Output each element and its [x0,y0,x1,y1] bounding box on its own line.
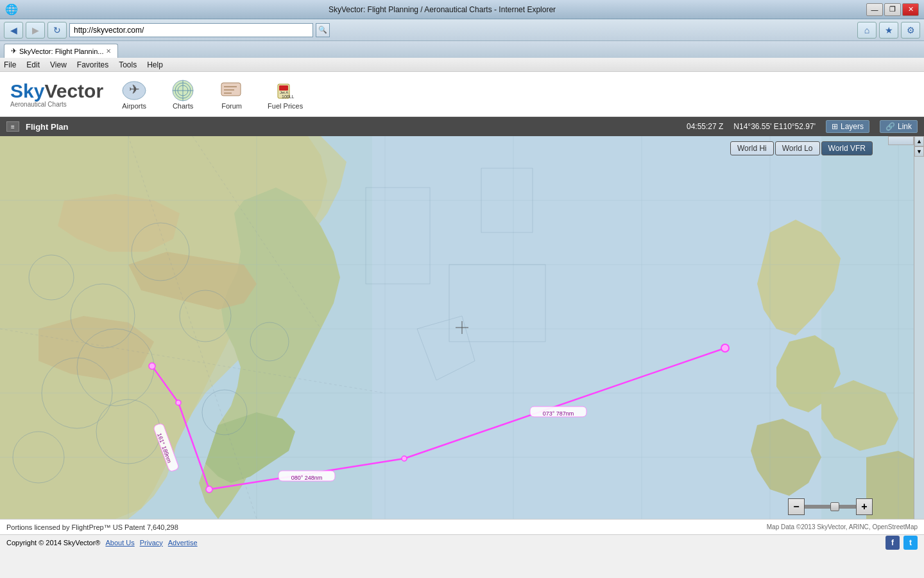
nav-charts[interactable]: Charts [165,76,201,112]
logo[interactable]: SkyVector Aeronautical Charts [10,80,103,108]
close-button[interactable]: ✕ [902,3,919,16]
flight-plan-bar: ≡ Flight Plan 04:55:27 Z N14°36.55' E110… [0,117,924,136]
charts-label: Charts [173,102,193,110]
svg-text:✈: ✈ [129,82,140,96]
zoom-slider[interactable] [805,505,856,509]
address-bar: ◀ ▶ ↻ 🔍 ⌂ ★ ⚙ [0,19,924,41]
address-input[interactable] [69,23,313,37]
scroll-down[interactable]: ▼ [914,146,924,157]
settings-button[interactable]: ⚙ [901,22,920,39]
scroll-up[interactable]: ▲ [914,136,924,146]
world-lo-button[interactable]: World Lo [775,141,820,155]
nav-forum[interactable]: Forum [214,76,250,112]
restore-button[interactable]: ❐ [884,3,901,16]
link-button[interactable]: 🔗 Link [880,120,918,133]
link-icon: 🔗 [886,122,895,131]
svg-rect-12 [279,85,288,91]
svg-point-52 [206,486,212,493]
svg-point-53 [402,456,407,461]
svg-text:073° 787nm: 073° 787nm [543,410,574,417]
menu-edit[interactable]: Edit [26,60,40,69]
tab-label: SkyVector: Flight Plannin... [19,48,103,55]
site-header: SkyVector Aeronautical Charts ✈ Airports… [0,72,924,117]
about-link[interactable]: About Us [105,539,134,547]
active-tab[interactable]: ✈ SkyVector: Flight Plannin... ✕ [4,44,118,58]
tab-favicon: ✈ [11,47,17,55]
map-data-credit: Map Data ©2013 SkyVector, ARINC, OpenStr… [767,523,918,530]
airports-label: Airports [122,102,146,110]
title-bar: 🌐 SkyVector: Flight Planning / Aeronauti… [0,0,924,19]
layers-button[interactable]: ⊞ Layers [826,120,869,133]
svg-line-49 [404,348,725,459]
window-controls: — ❐ ✕ [866,3,919,16]
nav-airports[interactable]: ✈ Airports [116,76,152,112]
menu-tools[interactable]: Tools [119,60,137,69]
minimize-button[interactable]: — [866,3,883,16]
copyright-status: Portions licensed by FlightPrep™ US Pate… [6,523,178,531]
map-container[interactable]: World Hi World Lo World VFR 161° 189nm 0… [0,136,924,519]
forum-icon [219,79,244,102]
map-scrollbar[interactable]: ▲ ▼ [914,136,924,519]
fp-toggle-button[interactable]: ≡ [6,121,19,132]
advertise-link[interactable]: Advertise [168,539,198,547]
favorites-button[interactable]: ★ [879,22,898,39]
logo-subtitle: Aeronautical Charts [10,101,67,108]
social-links: f t [886,536,918,550]
zoom-controls: − + [788,498,873,515]
menu-favorites[interactable]: Favorites [77,60,108,69]
svg-point-50 [149,363,155,369]
zoom-in-button[interactable]: + [856,498,873,515]
home-button[interactable]: ⌂ [857,22,877,39]
fuel-icon: 100LL Jet A [273,79,298,102]
logo-vector: Vector [44,80,103,102]
fuel-label: Fuel Prices [268,102,303,110]
zoom-out-button[interactable]: − [788,498,805,515]
layers-icon: ⊞ [832,122,838,131]
world-hi-button[interactable]: World Hi [730,141,774,155]
twitter-button[interactable]: t [903,536,918,550]
window-title: SkyVector: Flight Planning / Aeronautica… [18,5,866,14]
svg-line-47 [178,403,209,489]
menu-bar: File Edit View Favorites Tools Help [0,58,924,72]
search-button[interactable]: 🔍 [316,23,330,37]
charts-icon [170,79,196,102]
svg-text:100LL: 100LL [282,94,295,99]
coordinates: N14°36.55' E110°52.97' [733,122,816,131]
logo-sky: Sky [10,80,44,102]
menu-help[interactable]: Help [147,60,163,69]
status-bar: Portions licensed by FlightPrep™ US Pate… [0,519,924,534]
svg-text:Jet A: Jet A [280,91,288,94]
facebook-button[interactable]: f [886,536,900,550]
footer-copyright: Copyright © 2014 SkyVector® [6,539,100,547]
footer-bar: Copyright © 2014 SkyVector® About Us Pri… [0,534,924,550]
forward-button[interactable]: ▶ [26,22,45,39]
utc-time: 04:55:27 Z [687,122,723,131]
flight-path-overlay: 161° 189nm 080° 248nm 073° 787nm [0,136,924,519]
menu-view[interactable]: View [50,60,67,69]
nav-fuel[interactable]: 100LL Jet A Fuel Prices [262,76,308,112]
tab-close-button[interactable]: ✕ [106,48,111,55]
tab-bar: ✈ SkyVector: Flight Plannin... ✕ [0,41,924,58]
ie-icon: 🌐 [5,3,18,15]
menu-file[interactable]: File [4,60,16,69]
world-vfr-button[interactable]: World VFR [821,141,873,155]
chart-type-buttons: World Hi World Lo World VFR [730,141,873,155]
svg-line-46 [152,366,178,403]
flight-plan-title: Flight Plan [26,122,68,132]
zoom-thumb[interactable] [830,502,839,511]
refresh-button[interactable]: ↻ [47,22,67,39]
forum-label: Forum [221,102,242,110]
privacy-link[interactable]: Privacy [140,539,163,547]
svg-rect-7 [221,83,241,96]
airports-icon: ✈ [121,79,147,102]
svg-text:080° 248nm: 080° 248nm [291,475,323,481]
back-button[interactable]: ◀ [4,22,23,39]
scroll-indicator [888,136,914,145]
svg-point-51 [176,400,181,405]
svg-point-54 [721,344,729,352]
